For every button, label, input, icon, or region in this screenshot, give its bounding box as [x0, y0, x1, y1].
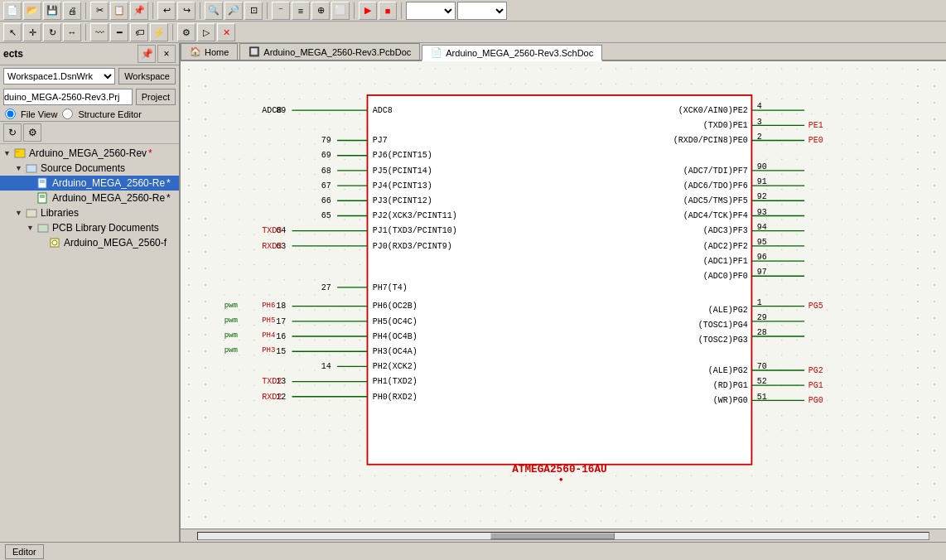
select-button[interactable]: ↖: [3, 23, 22, 41]
bus-button[interactable]: ≡: [292, 2, 310, 20]
fit-button[interactable]: ⊡: [244, 2, 263, 20]
tree-item-libraries[interactable]: ▼ Libraries: [0, 205, 179, 220]
sep4: [267, 2, 268, 19]
panel-pin-button[interactable]: 📌: [138, 45, 156, 63]
svg-text:PH2(XCK2): PH2(XCK2): [373, 362, 417, 371]
expand-arrow-src: ▼: [15, 164, 25, 172]
zoom-out-button[interactable]: 🔎: [224, 2, 243, 20]
tree-item-pcbfile1[interactable]: Arduino_MEGA_2560-Re *: [0, 191, 179, 205]
schematic-canvas: 89 ADC8 79 69 68 67 66: [181, 61, 946, 529]
copy-button[interactable]: 📋: [110, 2, 128, 20]
print-button[interactable]: 🖨: [63, 2, 81, 20]
panel-title: ects: [3, 48, 23, 60]
svg-text:PJ5(PCINT14): PJ5(PCINT14): [373, 167, 432, 176]
stop-button[interactable]: ■: [379, 2, 397, 20]
home-tab-icon: 🏠: [190, 46, 201, 57]
svg-text:15: 15: [276, 347, 286, 356]
tree-item-schfile1[interactable]: Arduino_MEGA_2560-Re *: [0, 176, 179, 191]
svg-text:RXD2: RXD2: [262, 393, 282, 402]
workspace-button[interactable]: Workspace: [118, 68, 176, 84]
place-bus-button[interactable]: ━: [110, 23, 128, 41]
svg-text:(ALE)PG2: (ALE)PG2: [708, 366, 748, 375]
redo-button[interactable]: ↪: [177, 2, 195, 20]
svg-text:PG5: PG5: [808, 302, 823, 311]
svg-text:PH6(OC2B): PH6(OC2B): [373, 302, 417, 311]
svg-text:79: 79: [321, 136, 331, 145]
config-icon[interactable]: ⚙: [23, 123, 41, 142]
error-button[interactable]: ✕: [217, 23, 235, 41]
save-button[interactable]: 💾: [43, 2, 61, 20]
main-layout: ects 📌 × Workspace1.DsnWrk Workspace Pro…: [0, 43, 946, 542]
net-button[interactable]: ⊕: [311, 2, 330, 20]
project-tree: ▼ Arduino_MEGA_2560-Rev * ▼ Source Docum…: [0, 144, 179, 542]
svg-text:97: 97: [757, 268, 767, 277]
schematic-area[interactable]: 89 ADC8 79 69 68 67 66: [181, 61, 946, 529]
svg-text:(ADC0)PF0: (ADC0)PF0: [703, 272, 748, 281]
svg-text:(ALE)PG2: (ALE)PG2: [708, 306, 748, 315]
tree-label-source-docs: Source Documents: [41, 162, 125, 174]
svg-text:(ADC4/TCK)PF4: (ADC4/TCK)PF4: [683, 211, 748, 220]
panel-close-button[interactable]: ×: [157, 45, 176, 63]
svg-text:TXD3: TXD3: [262, 226, 282, 235]
expand-arrow-pcblib: ▼: [27, 224, 36, 232]
workspace-select[interactable]: Workspace1.DsnWrk: [3, 68, 115, 84]
file-view-radio[interactable]: [5, 109, 16, 119]
expand-arrow-lib: ▼: [15, 209, 25, 217]
svg-rect-1: [15, 151, 19, 152]
source-docs-icon: [25, 162, 38, 175]
new-button[interactable]: 📄: [3, 2, 22, 20]
compile-button[interactable]: ⚙: [177, 23, 195, 41]
wire-button[interactable]: ⁻: [272, 2, 290, 20]
run-button[interactable]: ▶: [359, 2, 377, 20]
open-button[interactable]: 📂: [23, 2, 41, 20]
cut-button[interactable]: ✂: [90, 2, 109, 20]
tab-pcb[interactable]: 🔲 Arduino_MEGA_2560-Rev3.PcbDoc: [239, 43, 420, 60]
place-wire-button[interactable]: 〰: [90, 23, 109, 41]
sep7: [85, 24, 86, 41]
place-net-button[interactable]: ⚡: [150, 23, 168, 41]
svg-text:17: 17: [276, 317, 286, 326]
tab-bar: 🏠 Home 🔲 Arduino_MEGA_2560-Rev3.PcbDoc 📄…: [181, 43, 946, 61]
svg-rect-10: [38, 224, 48, 232]
svg-point-139: [559, 478, 562, 481]
zoom-in-button[interactable]: 🔍: [205, 2, 223, 20]
rotate-button[interactable]: ↻: [43, 23, 61, 41]
svg-text:2: 2: [757, 133, 762, 142]
structure-editor-radio[interactable]: [62, 109, 73, 119]
component-button[interactable]: ⬜: [331, 2, 350, 20]
toolbar-dropdown2[interactable]: [457, 2, 507, 20]
tree-item-project-root[interactable]: ▼ Arduino_MEGA_2560-Rev *: [0, 146, 179, 161]
undo-button[interactable]: ↩: [157, 2, 176, 20]
project-button[interactable]: Project: [136, 89, 176, 105]
svg-text:92: 92: [757, 192, 767, 201]
svg-text:27: 27: [321, 283, 331, 292]
tab-sch[interactable]: 📄 Arduino_MEGA_2560-Rev3.SchDoc: [422, 45, 602, 61]
svg-text:PH4: PH4: [262, 331, 275, 340]
project-input[interactable]: [3, 89, 133, 105]
sep8: [172, 24, 173, 41]
move-button[interactable]: ✛: [23, 23, 41, 41]
svg-text:RXD3: RXD3: [262, 242, 282, 251]
editor-tab[interactable]: Editor: [5, 544, 44, 559]
svg-text:PH3(OC4A): PH3(OC4A): [373, 347, 417, 356]
tree-item-pcblib-docs[interactable]: ▼ PCB Library Documents: [0, 220, 179, 235]
tree-item-source-docs[interactable]: ▼ Source Documents: [0, 161, 179, 176]
svg-text:PG1: PG1: [808, 381, 823, 390]
place-label-button[interactable]: 🏷: [130, 23, 148, 41]
svg-text:PH5(OC4C): PH5(OC4C): [373, 317, 417, 326]
dirty-icon: *: [148, 147, 152, 159]
scrollbar-thumb[interactable]: [490, 533, 615, 539]
toolbar-dropdown[interactable]: [406, 2, 456, 20]
tree-item-libfile1[interactable]: Arduino_MEGA_2560-f: [0, 235, 179, 250]
tab-home[interactable]: 🏠 Home: [181, 43, 238, 60]
flip-button[interactable]: ↔: [63, 23, 81, 41]
simulate-button[interactable]: ▷: [197, 23, 215, 41]
horizontal-scrollbar[interactable]: [197, 532, 929, 540]
refresh-icon[interactable]: ↻: [3, 123, 22, 142]
svg-text:PG0: PG0: [808, 396, 823, 405]
svg-text:(TOSC1)PG4: (TOSC1)PG4: [698, 321, 748, 330]
sep3: [200, 2, 200, 19]
paste-button[interactable]: 📌: [130, 2, 148, 20]
tab-home-label: Home: [205, 47, 229, 57]
tree-label-pcblib-docs: PCB Library Documents: [52, 222, 159, 234]
